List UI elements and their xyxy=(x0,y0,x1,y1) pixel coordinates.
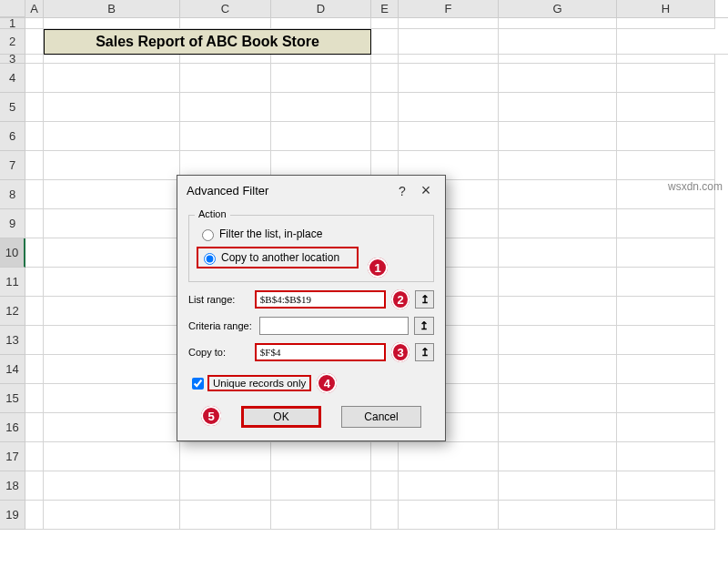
cell-C3[interactable] xyxy=(180,55,271,64)
col-header-d[interactable]: D xyxy=(271,0,371,17)
radio-filter-inplace[interactable]: Filter the list, in-place xyxy=(197,225,426,243)
radio-filter-inplace-input[interactable] xyxy=(202,229,214,241)
row-header-9[interactable]: 9 xyxy=(0,209,25,238)
cell-B1[interactable] xyxy=(44,18,180,29)
cell-B12[interactable] xyxy=(44,297,180,326)
cell-A12[interactable] xyxy=(25,297,44,326)
cell-H19[interactable] xyxy=(617,501,715,530)
cell-A4[interactable] xyxy=(25,64,44,93)
cell-H13[interactable] xyxy=(617,326,715,355)
cell-G3[interactable] xyxy=(499,55,617,64)
cell-B3[interactable] xyxy=(44,55,180,64)
cell-H3[interactable] xyxy=(617,55,715,64)
row-header-11[interactable]: 11 xyxy=(0,268,25,297)
col-header-h[interactable]: H xyxy=(617,0,715,17)
col-header-e[interactable]: E xyxy=(371,0,399,17)
row-header-6[interactable]: 6 xyxy=(0,122,25,151)
cell-H15[interactable] xyxy=(617,384,715,413)
dialog-titlebar[interactable]: Advanced Filter ? × xyxy=(177,176,445,204)
cell-H16[interactable] xyxy=(617,413,715,442)
cell-G1[interactable] xyxy=(499,18,617,29)
close-icon[interactable]: × xyxy=(414,181,438,200)
row-header-8[interactable]: 8 xyxy=(0,180,25,209)
list-range-input[interactable] xyxy=(255,290,386,309)
cell-B19[interactable] xyxy=(44,501,180,530)
cell-D18[interactable] xyxy=(271,471,371,501)
row-header-10[interactable]: 10 xyxy=(0,238,25,268)
row-header-13[interactable]: 13 xyxy=(0,326,25,355)
cell-A15[interactable] xyxy=(25,384,44,413)
cell-G15[interactable] xyxy=(499,384,617,413)
unique-records-checkbox[interactable] xyxy=(192,378,204,390)
col-header-c[interactable]: C xyxy=(180,0,271,17)
cell-G7[interactable] xyxy=(499,151,617,180)
row-header-19[interactable]: 19 xyxy=(0,501,25,530)
row-header-17[interactable]: 17 xyxy=(0,442,25,471)
cell-E5[interactable] xyxy=(371,93,399,122)
cell-E18[interactable] xyxy=(371,471,399,501)
cell-G12[interactable] xyxy=(499,297,617,326)
collapse-icon[interactable]: ↥ xyxy=(414,317,434,335)
row-header-2[interactable]: 2 xyxy=(0,29,25,55)
row-header-16[interactable]: 16 xyxy=(0,413,25,442)
cell-A10[interactable] xyxy=(25,238,44,268)
cell-B9[interactable] xyxy=(44,209,180,238)
cell-E17[interactable] xyxy=(371,442,399,471)
col-header-b[interactable]: B xyxy=(44,0,180,17)
row-header-18[interactable]: 18 xyxy=(0,471,25,501)
cell-E2[interactable] xyxy=(371,29,399,55)
cell-G16[interactable] xyxy=(499,413,617,442)
cell-H5[interactable] xyxy=(617,93,715,122)
cell-B13[interactable] xyxy=(44,326,180,355)
cell-B17[interactable] xyxy=(44,442,180,471)
cell-E19[interactable] xyxy=(371,501,399,530)
cell-A11[interactable] xyxy=(25,268,44,297)
cell-D5[interactable] xyxy=(271,93,371,122)
cell-B6[interactable] xyxy=(44,122,180,151)
cell-H7[interactable] xyxy=(617,151,715,180)
row-header-12[interactable]: 12 xyxy=(0,297,25,326)
cell-B14[interactable] xyxy=(44,355,180,384)
cell-B16[interactable] xyxy=(44,413,180,442)
cell-A8[interactable] xyxy=(25,180,44,209)
copy-to-input[interactable] xyxy=(255,343,386,361)
col-header-g[interactable]: G xyxy=(499,0,617,17)
col-header-f[interactable]: F xyxy=(399,0,499,17)
select-all-corner[interactable] xyxy=(0,0,25,17)
cell-C1[interactable] xyxy=(180,18,271,29)
cell-C6[interactable] xyxy=(180,122,271,151)
cell-B7[interactable] xyxy=(44,151,180,180)
cell-F6[interactable] xyxy=(399,122,499,151)
cell-H6[interactable] xyxy=(617,122,715,151)
cell-B15[interactable] xyxy=(44,384,180,413)
cell-A5[interactable] xyxy=(25,93,44,122)
cell-F18[interactable] xyxy=(399,471,499,501)
cell-E3[interactable] xyxy=(371,55,399,64)
cell-C19[interactable] xyxy=(180,501,271,530)
cell-A16[interactable] xyxy=(25,413,44,442)
cell-A18[interactable] xyxy=(25,471,44,501)
cell-F3[interactable] xyxy=(399,55,499,64)
cell-F4[interactable] xyxy=(399,64,499,93)
cell-C4[interactable] xyxy=(180,64,271,93)
cell-G14[interactable] xyxy=(499,355,617,384)
row-header-1[interactable]: 1 xyxy=(0,18,25,29)
cancel-button[interactable]: Cancel xyxy=(341,406,421,428)
row-header-7[interactable]: 7 xyxy=(0,151,25,180)
cell-H11[interactable] xyxy=(617,268,715,297)
cell-H2[interactable] xyxy=(617,29,728,55)
cell-G2[interactable] xyxy=(499,29,617,55)
cell-A1[interactable] xyxy=(25,18,44,29)
cell-A19[interactable] xyxy=(25,501,44,530)
cell-H10[interactable] xyxy=(617,238,715,268)
cell-D19[interactable] xyxy=(271,501,371,530)
cell-A2[interactable] xyxy=(25,29,44,55)
cell-G4[interactable] xyxy=(499,64,617,93)
row-header-4[interactable]: 4 xyxy=(0,64,25,93)
cell-C18[interactable] xyxy=(180,471,271,501)
cell-B8[interactable] xyxy=(44,180,180,209)
cell-A14[interactable] xyxy=(25,355,44,384)
cell-D6[interactable] xyxy=(271,122,371,151)
cell-D17[interactable] xyxy=(271,442,371,471)
criteria-range-input[interactable] xyxy=(259,317,409,335)
